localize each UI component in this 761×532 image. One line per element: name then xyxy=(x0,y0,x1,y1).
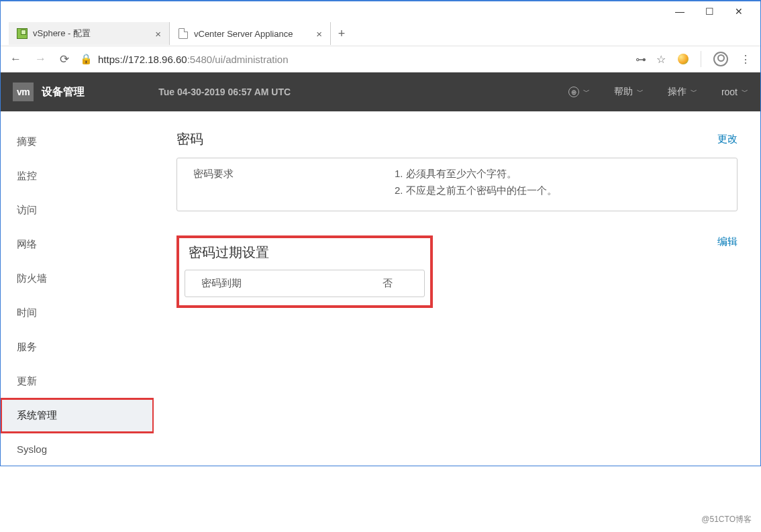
chevron-down-icon: ﹀ xyxy=(691,87,697,97)
chevron-down-icon: ﹀ xyxy=(742,87,748,97)
watermark: @51CTO博客 xyxy=(701,514,752,525)
file-icon xyxy=(178,28,189,39)
password-expiry-box: 密码到期 否 xyxy=(185,270,425,297)
url-path: /ui/administration xyxy=(212,54,288,65)
key-icon[interactable]: ⊶ xyxy=(636,53,644,66)
sidebar-item-services[interactable]: 服务 xyxy=(1,330,154,364)
sidebar-item-network[interactable]: 网络 xyxy=(1,227,154,262)
sidebar-item-firewall[interactable]: 防火墙 xyxy=(1,262,154,296)
sidebar-item-administration[interactable]: 系统管理 xyxy=(1,398,154,433)
actions-menu[interactable]: 操作﹀ xyxy=(668,86,697,98)
reload-button[interactable]: ⟳ xyxy=(60,52,69,66)
language-menu[interactable]: ⊕ ﹀ xyxy=(568,87,590,97)
url-host: 172.18.96.60 xyxy=(128,54,187,65)
password-expiry-value: 否 xyxy=(383,277,393,290)
chevron-down-icon: ﹀ xyxy=(583,87,590,97)
password-expiry-label: 密码到期 xyxy=(201,277,383,290)
edit-expiry-link[interactable]: 编辑 xyxy=(717,235,738,248)
close-tab-icon[interactable]: × xyxy=(155,28,161,40)
sidebar-item-syslog[interactable]: Syslog xyxy=(1,433,154,466)
password-req-1: 1. 必须具有至少六个字符。 xyxy=(395,168,721,180)
chevron-down-icon: ﹀ xyxy=(637,87,644,97)
sidebar-item-summary[interactable]: 摘要 xyxy=(1,125,154,159)
new-tab-button[interactable]: + xyxy=(331,27,352,41)
forward-button[interactable]: → xyxy=(35,52,46,66)
user-menu[interactable]: root﹀ xyxy=(721,87,748,97)
back-button[interactable]: ← xyxy=(10,52,21,66)
help-label: 帮助 xyxy=(614,86,633,98)
url-port: :5480 xyxy=(187,54,213,65)
tab-label: vSphere - 配置 xyxy=(33,28,91,40)
tab-bar: vSphere - 配置 × vCenter Server Appliance … xyxy=(1,21,760,46)
url-proto: https:// xyxy=(98,54,128,65)
star-icon[interactable]: ☆ xyxy=(656,53,666,66)
profile-icon[interactable] xyxy=(713,52,728,66)
menu-icon[interactable]: ⋮ xyxy=(740,53,751,66)
password-req-2: 2. 不应是之前五个密码中的任一个。 xyxy=(395,184,721,197)
globe-icon: ⊕ xyxy=(568,87,579,97)
sidebar-item-update[interactable]: 更新 xyxy=(1,364,154,398)
help-menu[interactable]: 帮助﹀ xyxy=(614,86,644,98)
window-controls: — ☐ ✕ xyxy=(1,1,760,21)
password-req-label: 密码要求 xyxy=(193,168,395,201)
tab-label: vCenter Server Appliance xyxy=(194,29,293,39)
sidebar: 摘要 监控 访问 网络 防火墙 时间 服务 更新 系统管理 Syslog xyxy=(1,111,154,466)
address-bar: ← → ⟳ 🔒 https://172.18.96.60:5480/ui/adm… xyxy=(1,46,760,72)
sidebar-item-monitor[interactable]: 监控 xyxy=(1,159,154,193)
password-requirements-box: 密码要求 1. 必须具有至少六个字符。 2. 不应是之前五个密码中的任一个。 xyxy=(176,158,738,211)
change-password-link[interactable]: 更改 xyxy=(717,133,738,146)
vsphere-icon xyxy=(17,28,28,39)
app-time: Tue 04-30-2019 06:57 AM UTC xyxy=(158,87,291,97)
password-section: 密码 更改 密码要求 1. 必须具有至少六个字符。 2. 不应是之前五个密码中的… xyxy=(176,130,738,211)
idm-icon[interactable] xyxy=(678,54,689,64)
close-window-button[interactable]: ✕ xyxy=(724,6,754,17)
sidebar-item-time[interactable]: 时间 xyxy=(1,296,154,330)
app-title: 设备管理 xyxy=(42,85,85,99)
minimize-button[interactable]: — xyxy=(665,6,695,17)
sidebar-item-access[interactable]: 访问 xyxy=(1,193,154,227)
close-tab-icon[interactable]: × xyxy=(316,28,322,40)
vmware-logo: vm xyxy=(13,83,34,101)
tab-vsphere[interactable]: vSphere - 配置 × xyxy=(9,22,170,45)
password-expiry-section: 密码过期设置 密码到期 否 编辑 xyxy=(176,235,738,308)
tab-vcenter[interactable]: vCenter Server Appliance × xyxy=(170,22,331,45)
app-header: vm 设备管理 Tue 04-30-2019 06:57 AM UTC ⊕ ﹀ … xyxy=(1,72,760,111)
user-label: root xyxy=(721,87,738,97)
actions-label: 操作 xyxy=(668,86,687,98)
password-title: 密码 xyxy=(176,130,203,148)
password-expiry-highlight: 密码过期设置 密码到期 否 xyxy=(176,235,433,308)
maximize-button[interactable]: ☐ xyxy=(695,6,724,17)
url-input[interactable]: 🔒 https://172.18.96.60:5480/ui/administr… xyxy=(80,53,625,65)
content-pane: 密码 更改 密码要求 1. 必须具有至少六个字符。 2. 不应是之前五个密码中的… xyxy=(154,111,760,466)
password-expiry-title: 密码过期设置 xyxy=(185,244,425,262)
lock-icon: 🔒 xyxy=(80,53,93,65)
